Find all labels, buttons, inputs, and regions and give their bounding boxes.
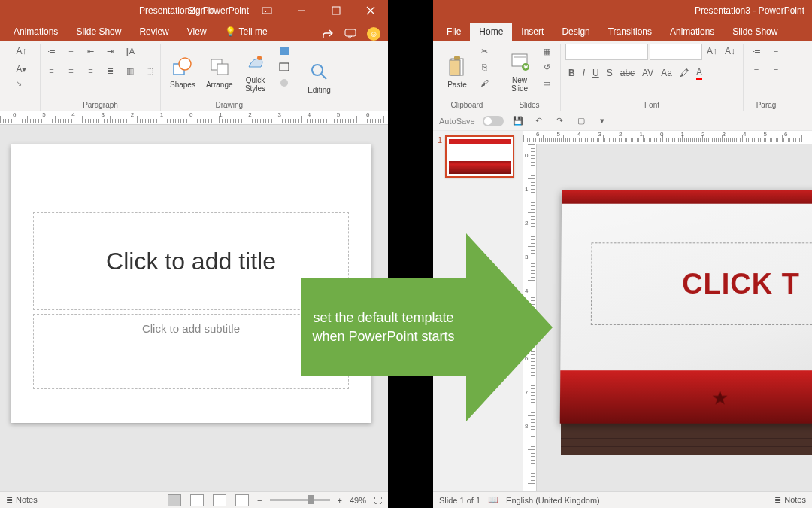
font-color-icon[interactable]: A xyxy=(693,65,705,81)
highlight-icon[interactable]: 🖍 xyxy=(677,65,692,81)
columns-icon[interactable]: ▥ xyxy=(121,63,139,78)
align2-icon[interactable]: ≡ xyxy=(767,62,785,77)
grow-font-icon[interactable]: A↑ xyxy=(704,44,720,59)
format-painter-icon[interactable]: 🖌 xyxy=(475,75,493,90)
share-icon[interactable] xyxy=(322,28,334,40)
signin-link[interactable]: Sign in xyxy=(187,5,215,16)
indent-dec-icon[interactable]: ⇤ xyxy=(82,44,100,59)
slide[interactable]: CLICK T ★ xyxy=(560,190,812,424)
font-color[interactable]: A▾ xyxy=(13,62,29,77)
slideshow-view-icon[interactable] xyxy=(235,494,249,506)
case-icon[interactable]: Aa xyxy=(658,65,675,81)
bold-icon[interactable]: B xyxy=(565,65,578,81)
tellme-label: Tell me xyxy=(239,26,268,37)
dialog-launcher-icon[interactable]: ↘ xyxy=(16,79,28,91)
normal-view-icon[interactable] xyxy=(168,494,181,506)
titlebar-right: Presentation3 - PowerPoint xyxy=(433,0,812,21)
tab-file[interactable]: File xyxy=(438,23,470,41)
paste-button[interactable]: Paste xyxy=(441,44,474,99)
minimize-icon[interactable] xyxy=(284,0,319,21)
start-show-icon[interactable]: ▢ xyxy=(574,114,588,128)
redo-icon[interactable]: ↷ xyxy=(553,114,567,128)
notes-button[interactable]: ≣Notes xyxy=(774,495,806,505)
shapes-icon xyxy=(171,55,195,79)
svg-rect-9 xyxy=(217,64,228,75)
shape-outline-icon[interactable] xyxy=(275,59,293,75)
font-family-select[interactable] xyxy=(565,44,648,60)
tab-animations[interactable]: Animations xyxy=(661,23,723,41)
justify-icon[interactable]: ≣ xyxy=(102,63,120,78)
align-icon[interactable]: ≡ xyxy=(747,62,765,77)
section-icon[interactable]: ▭ xyxy=(538,75,556,90)
slide-count[interactable]: Slide 1 of 1 xyxy=(439,496,480,505)
close-icon[interactable] xyxy=(353,0,388,21)
zoom-in-icon[interactable]: + xyxy=(338,496,342,505)
qat-dropdown-icon[interactable]: ▾ xyxy=(595,114,609,128)
copy-icon[interactable]: ⎘ xyxy=(475,59,493,75)
reading-view-icon[interactable] xyxy=(213,494,226,506)
newslide-button[interactable]: ✱ New Slide xyxy=(503,44,536,99)
quickstyles-button[interactable]: Quick Styles xyxy=(239,44,272,99)
tab-transitions[interactable]: Transitions xyxy=(599,23,661,41)
notes-icon: ≣ xyxy=(6,495,13,505)
align-center-icon[interactable]: ≡ xyxy=(62,63,80,78)
tab-view[interactable]: View xyxy=(178,23,216,41)
font-size-inc[interactable]: A↑ xyxy=(13,44,29,59)
maximize-icon[interactable] xyxy=(319,0,353,21)
smartart-icon[interactable]: ⬚ xyxy=(141,63,159,78)
italic-icon[interactable]: I xyxy=(580,65,588,81)
ribbon-options-icon[interactable] xyxy=(250,0,284,21)
notes-button[interactable]: ≣Notes xyxy=(6,495,38,505)
tab-slideshow[interactable]: Slide Show xyxy=(67,23,130,41)
bullets-icon[interactable]: ≔ xyxy=(747,44,765,59)
spellcheck-icon[interactable]: 📖 xyxy=(488,495,498,505)
paste-icon xyxy=(445,55,469,79)
shapes-button[interactable]: Shapes xyxy=(165,44,200,99)
arrange-button[interactable]: Arrange xyxy=(201,44,238,99)
cut-icon[interactable]: ✂ xyxy=(475,44,493,59)
find-icon xyxy=(308,60,332,84)
indent-inc-icon[interactable]: ⇥ xyxy=(102,44,120,59)
number-icon[interactable]: ≡ xyxy=(767,44,785,59)
shape-effects-icon[interactable] xyxy=(275,75,293,90)
tab-animations[interactable]: Animations xyxy=(5,23,67,41)
autosave-toggle[interactable] xyxy=(483,116,504,126)
font-size-select[interactable] xyxy=(650,44,702,60)
slide-thumbnail[interactable] xyxy=(445,135,514,178)
shadow-icon[interactable]: S xyxy=(604,65,616,81)
tab-design[interactable]: Design xyxy=(553,23,598,41)
sorter-view-icon[interactable] xyxy=(190,494,204,506)
layout-icon[interactable]: ▦ xyxy=(538,44,556,59)
spacing-icon[interactable]: AV xyxy=(639,65,656,81)
save-icon[interactable]: 💾 xyxy=(511,114,525,128)
editing-button[interactable]: Editing xyxy=(303,44,336,111)
tab-insert[interactable]: Insert xyxy=(512,23,553,41)
tab-home[interactable]: Home xyxy=(470,23,512,41)
zoom-level[interactable]: 49% xyxy=(350,496,366,505)
strike-icon[interactable]: abc xyxy=(617,65,638,81)
window-controls xyxy=(250,0,388,21)
reset-icon[interactable]: ↺ xyxy=(538,59,556,75)
bullets-icon[interactable]: ≔ xyxy=(43,44,61,59)
title-text: CLICK T xyxy=(682,268,800,300)
tab-slideshow[interactable]: Slide Show xyxy=(723,23,786,41)
numbering-icon[interactable]: ≡ xyxy=(62,44,80,59)
tab-review[interactable]: Review xyxy=(130,23,177,41)
title-placeholder[interactable]: CLICK T xyxy=(591,242,812,325)
zoom-slider[interactable] xyxy=(270,499,330,501)
tellme[interactable]: 💡Tell me xyxy=(216,23,277,41)
slide-canvas[interactable]: CLICK T ★ xyxy=(537,144,812,491)
shape-fill-icon[interactable] xyxy=(275,44,293,59)
language[interactable]: English (United Kingdom) xyxy=(506,496,600,505)
zoom-out-icon[interactable]: − xyxy=(257,496,262,505)
shrink-font-icon[interactable]: A↓ xyxy=(722,44,738,59)
comments-icon[interactable] xyxy=(344,28,356,40)
align-right-icon[interactable]: ≡ xyxy=(82,63,100,78)
underline-icon[interactable]: U xyxy=(589,65,602,81)
text-direction-icon[interactable]: ‖A xyxy=(121,44,139,59)
align-left-icon[interactable]: ≡ xyxy=(43,63,61,78)
feedback-icon[interactable]: ☺ xyxy=(367,27,380,41)
undo-icon[interactable]: ↶ xyxy=(532,114,546,128)
svg-text:✱: ✱ xyxy=(523,64,529,71)
fit-window-icon[interactable]: ⛶ xyxy=(374,496,382,505)
